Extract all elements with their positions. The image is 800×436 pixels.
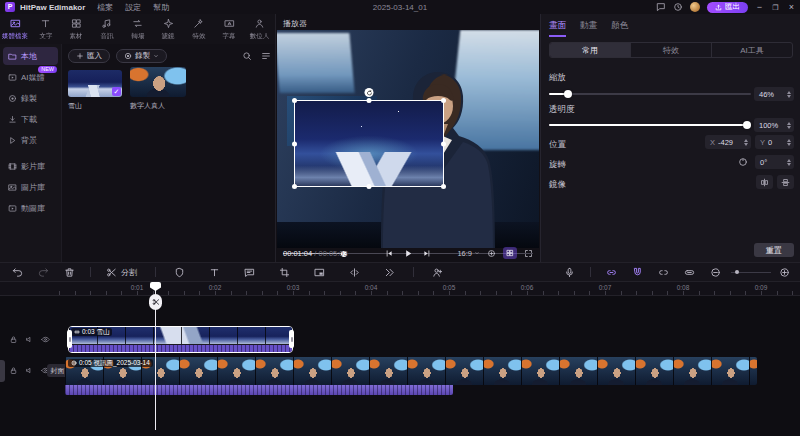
track-drag-handle[interactable] (0, 360, 5, 382)
track1-lock-icon[interactable] (9, 335, 18, 344)
track2-lock-icon[interactable] (9, 366, 18, 375)
text-tool-icon[interactable] (209, 267, 220, 278)
clip-audio-waveform[interactable] (65, 385, 453, 395)
close-button[interactable]: × (787, 3, 796, 12)
sidebar-item-background[interactable]: 背景 (3, 131, 58, 149)
subtab-common[interactable]: 常用 (550, 43, 631, 57)
sidebar-item-download[interactable]: 下載 (3, 110, 58, 128)
search-icon[interactable] (242, 51, 252, 61)
fullscreen-icon[interactable] (524, 249, 533, 258)
track2-mute-icon[interactable] (25, 366, 34, 375)
undo-button[interactable] (12, 267, 23, 278)
magnet-snap-toggle[interactable] (632, 267, 643, 278)
timeline-zoom-out-button[interactable] (710, 267, 721, 278)
resize-handle-s[interactable] (367, 184, 372, 189)
sidebar-item-gif-library[interactable]: 動圖庫 (3, 199, 58, 217)
redo-button[interactable] (38, 267, 49, 278)
scale-value-box[interactable]: 46% (754, 87, 794, 101)
resize-handle-nw[interactable] (292, 98, 297, 103)
tab-text[interactable]: 文字 (31, 14, 62, 44)
mirror-tool-icon[interactable] (349, 267, 360, 278)
opacity-slider-thumb[interactable] (743, 121, 751, 129)
scale-stepper[interactable] (787, 91, 791, 98)
trim-handle-right[interactable] (289, 330, 294, 348)
sidebar-item-local[interactable]: 本地 (3, 47, 58, 65)
opacity-slider[interactable] (549, 121, 751, 129)
resize-handle-n[interactable] (367, 98, 372, 103)
flip-horizontal-button[interactable] (756, 175, 773, 189)
menu-file[interactable]: 檔案 (97, 2, 113, 13)
timeline-zoom-slider[interactable] (731, 268, 771, 276)
pip-overlay-mountain[interactable] (294, 100, 444, 187)
resize-handle-ne[interactable] (441, 98, 446, 103)
previous-frame-button[interactable] (385, 249, 394, 258)
position-y-box[interactable]: Y0 (755, 135, 794, 149)
subtab-ai-tools[interactable]: AI工具 (712, 43, 792, 57)
export-button[interactable]: 匯出 (707, 2, 748, 13)
restore-button[interactable]: ❐ (771, 3, 780, 12)
aspect-ratio-select[interactable]: 16:9 (457, 249, 480, 258)
tab-effects[interactable]: 特效 (183, 14, 214, 44)
rotate-handle[interactable] (365, 88, 374, 97)
timeline-clip-mountain[interactable]: 0:03 雪山 (68, 326, 293, 353)
resize-handle-sw[interactable] (292, 184, 297, 189)
sidebar-item-video-library[interactable]: 影片庫 (3, 157, 58, 175)
menu-settings[interactable]: 設定 (125, 2, 141, 13)
sort-list-icon[interactable] (261, 51, 271, 61)
pip-tool-icon[interactable] (314, 267, 325, 278)
menu-help[interactable]: 幫助 (153, 2, 169, 13)
link-clips-toggle[interactable] (606, 267, 617, 278)
scale-slider-thumb[interactable] (564, 90, 572, 98)
props-tab-animation[interactable]: 動畫 (580, 20, 597, 37)
resize-handle-w[interactable] (292, 141, 297, 146)
flip-vertical-button[interactable] (777, 175, 794, 189)
rotate-dial-icon[interactable] (738, 157, 748, 167)
play-button[interactable] (403, 248, 414, 259)
add-avatar-tool-icon[interactable] (432, 267, 443, 278)
timeline-zoom-thumb[interactable] (735, 270, 739, 274)
position-x-stepper[interactable] (744, 139, 748, 146)
sidebar-item-ai-media[interactable]: AI媒體NEW (3, 68, 58, 86)
timeline-clip-avatar-video[interactable] (65, 357, 757, 385)
tab-avatar[interactable]: 數位人 (245, 14, 276, 44)
snapshot-icon[interactable] (487, 249, 496, 258)
tab-audio[interactable]: 音訊 (92, 14, 123, 44)
ripple-edit-toggle[interactable] (684, 267, 695, 278)
rotate-value-box[interactable]: 0° (755, 155, 794, 169)
feedback-icon[interactable] (656, 2, 666, 12)
props-tab-frame[interactable]: 畫面 (549, 20, 566, 37)
tab-media[interactable]: 媒體檔案 (0, 14, 31, 44)
minimize-button[interactable]: − (755, 3, 764, 12)
grid-view-button[interactable] (503, 247, 517, 259)
voiceover-mic-icon[interactable] (564, 267, 575, 278)
caption-tool-icon[interactable] (244, 267, 255, 278)
rotate-stepper[interactable] (787, 159, 791, 166)
timeline-zoom-in-button[interactable] (779, 267, 790, 278)
crop-tool-icon[interactable] (279, 267, 290, 278)
unlink-toggle[interactable] (658, 267, 669, 278)
tab-filter[interactable]: 濾鏡 (153, 14, 184, 44)
preview-video[interactable] (277, 30, 539, 248)
delete-button[interactable] (64, 267, 75, 278)
import-button[interactable]: 匯入 (68, 49, 110, 63)
next-frame-button[interactable] (423, 249, 432, 258)
tab-transition[interactable]: 轉場 (122, 14, 153, 44)
record-button[interactable]: 錄製 (116, 49, 167, 63)
track1-mute-icon[interactable] (25, 335, 34, 344)
timeline-ruler[interactable]: 0:01 0:02 0:03 0:04 0:05 0:06 0:07 0:08 … (0, 282, 800, 296)
reset-button[interactable]: 重置 (754, 243, 794, 257)
history-icon[interactable] (673, 2, 683, 12)
resize-handle-e[interactable] (441, 141, 446, 146)
mask-tool-icon[interactable] (174, 267, 185, 278)
split-button[interactable] (106, 267, 117, 278)
speed-tool-icon[interactable] (384, 267, 395, 278)
subtab-effects[interactable]: 特效 (631, 43, 712, 57)
position-y-stepper[interactable] (787, 139, 791, 146)
user-avatar[interactable] (690, 2, 700, 12)
sidebar-item-record[interactable]: 錄製 (3, 89, 58, 107)
sidebar-item-image-library[interactable]: 圖片庫 (3, 178, 58, 196)
scale-slider[interactable] (549, 90, 751, 98)
media-item-avatar-video[interactable] (130, 67, 186, 97)
tab-elements[interactable]: 素材 (61, 14, 92, 44)
track1-hide-icon[interactable] (41, 335, 50, 344)
